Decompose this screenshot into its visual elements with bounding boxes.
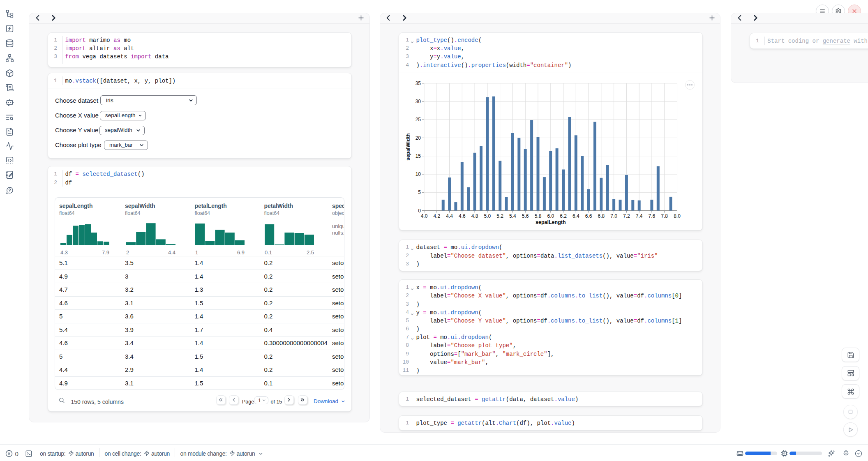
svg-text:7.2: 7.2 [623,213,630,219]
svg-text:15: 15 [416,153,421,159]
svg-text:6.2: 6.2 [560,213,567,219]
svg-text:sepalLength: sepalLength [536,219,566,225]
svg-text:5.0: 5.0 [484,213,491,219]
svg-text:6.8: 6.8 [598,213,605,219]
svg-text:5.6: 5.6 [522,213,529,219]
svg-text:7.6: 7.6 [649,213,656,219]
svg-text:7.8: 7.8 [661,213,668,219]
svg-text:4.2: 4.2 [433,213,440,219]
svg-text:sepalWidth: sepalWidth [405,133,411,161]
svg-text:4.6: 4.6 [459,213,466,219]
svg-text:4.0: 4.0 [421,213,428,219]
svg-text:8.0: 8.0 [674,213,681,219]
svg-text:4.4: 4.4 [446,213,453,219]
svg-text:10: 10 [416,171,421,177]
svg-text:6.0: 6.0 [547,213,554,219]
svg-text:20: 20 [416,135,421,141]
svg-text:4.8: 4.8 [471,213,478,219]
svg-text:0: 0 [418,208,421,214]
svg-text:25: 25 [416,117,421,122]
svg-text:5.2: 5.2 [496,213,503,219]
svg-text:5.8: 5.8 [535,213,542,219]
svg-text:6.4: 6.4 [573,213,579,219]
svg-text:7.4: 7.4 [636,213,643,219]
svg-text:5: 5 [418,189,421,195]
svg-text:6.6: 6.6 [585,213,592,219]
svg-text:35: 35 [416,81,421,86]
svg-text:7.0: 7.0 [610,213,617,219]
svg-text:5.4: 5.4 [509,213,516,219]
svg-text:30: 30 [416,99,421,104]
